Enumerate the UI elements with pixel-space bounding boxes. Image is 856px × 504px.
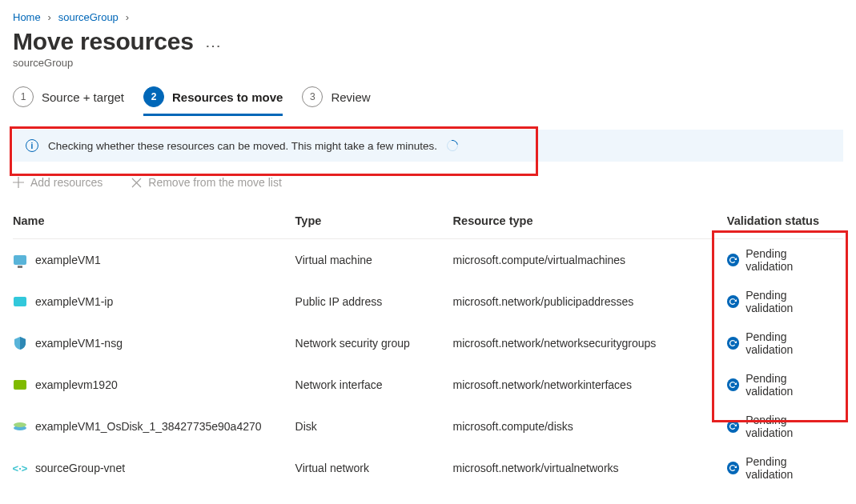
column-header-status[interactable]: Validation status [727, 208, 843, 239]
plus-icon [13, 177, 24, 188]
remove-label: Remove from the move list [148, 176, 282, 189]
resource-name: exampleVM1_OsDisk_1_38427735e90a4270 [35, 420, 262, 433]
resource-provider-type: microsoft.network/publicipaddresses [453, 281, 727, 322]
remove-button[interactable]: Remove from the move list [131, 176, 282, 189]
page-title: Move resources [13, 28, 194, 55]
vm-icon [13, 253, 27, 267]
sync-icon [727, 295, 739, 308]
nsg-icon [13, 336, 27, 350]
resource-provider-type: microsoft.compute/virtualmachines [453, 239, 727, 282]
resource-name: exampleVM1-nsg [35, 337, 123, 350]
column-header-type[interactable]: Type [295, 208, 453, 239]
sync-icon [727, 420, 739, 433]
close-icon [131, 178, 142, 188]
spinner-icon [444, 138, 460, 153]
page-subtitle: sourceGroup [13, 57, 843, 69]
info-icon: i [26, 139, 38, 152]
breadcrumb-link-group[interactable]: sourceGroup [58, 11, 119, 23]
resource-type: Disk [295, 406, 453, 447]
chevron-right-icon: › [125, 11, 130, 23]
more-actions-button[interactable]: ⋯ [205, 30, 223, 54]
resource-name: exampleVM1-ip [35, 295, 113, 308]
table-row[interactable]: exampleVM1_OsDisk_1_38427735e90a4270Disk… [13, 406, 843, 447]
step-review[interactable]: 3 Review [302, 86, 370, 115]
toolbar: Add resources Remove from the move list [13, 176, 843, 189]
validation-status: Pending validation [745, 289, 834, 314]
table-row[interactable]: exampleVM1-ipPublic IP addressmicrosoft.… [13, 281, 843, 322]
resource-type: Virtual machine [295, 239, 453, 282]
resource-type: Virtual network [295, 447, 453, 489]
validation-status: Pending validation [745, 455, 834, 481]
public-ip-icon [13, 294, 27, 309]
resource-name: sourceGroup-vnet [35, 462, 125, 474]
resource-provider-type: microsoft.compute/disks [453, 406, 727, 447]
resources-table: Name Type Resource type Validation statu… [13, 208, 843, 489]
breadcrumb: Home › sourceGroup › [13, 11, 843, 23]
step-label: Review [331, 90, 370, 104]
table-row[interactable]: exampleVM1Virtual machinemicrosoft.compu… [13, 239, 843, 282]
step-number: 3 [302, 86, 323, 107]
resource-type: Network interface [295, 364, 453, 406]
sync-icon [727, 254, 739, 266]
resource-provider-type: microsoft.network/networkinterfaces [453, 364, 727, 406]
sync-icon [727, 462, 739, 474]
validation-status: Pending validation [745, 414, 834, 439]
table-row[interactable]: <·>sourceGroup-vnetVirtual networkmicros… [13, 447, 843, 489]
vnet-icon: <·> [13, 461, 27, 475]
sync-icon [727, 378, 739, 391]
validation-banner: i Checking whether these resources can b… [13, 130, 843, 162]
stepper: 1 Source + target 2 Resources to move 3 … [13, 86, 843, 115]
column-header-resource-type[interactable]: Resource type [453, 208, 727, 239]
table-row[interactable]: examplevm1920Network interfacemicrosoft.… [13, 364, 843, 406]
step-number: 1 [13, 86, 34, 107]
resource-name: exampleVM1 [35, 254, 101, 266]
validation-status: Pending validation [745, 330, 834, 356]
chevron-right-icon: › [47, 11, 52, 23]
resource-type: Network security group [295, 322, 453, 364]
nic-icon [13, 378, 27, 392]
validation-banner-text: Checking whether these resources can be … [48, 140, 437, 152]
step-number: 2 [143, 86, 164, 107]
disk-icon [13, 419, 27, 434]
validation-status: Pending validation [745, 247, 834, 273]
step-resources-to-move[interactable]: 2 Resources to move [143, 86, 283, 115]
validation-status: Pending validation [745, 372, 834, 398]
resource-name: examplevm1920 [35, 378, 118, 391]
step-label: Source + target [42, 90, 124, 104]
add-resources-label: Add resources [30, 176, 102, 189]
step-label: Resources to move [172, 90, 283, 104]
resource-provider-type: microsoft.network/virtualnetworks [453, 447, 727, 489]
resource-type: Public IP address [295, 281, 453, 322]
breadcrumb-link-home[interactable]: Home [13, 11, 41, 23]
column-header-name[interactable]: Name [13, 208, 295, 239]
table-row[interactable]: exampleVM1-nsgNetwork security groupmicr… [13, 322, 843, 364]
step-source-target[interactable]: 1 Source + target [13, 86, 124, 115]
resource-provider-type: microsoft.network/networksecuritygroups [453, 322, 727, 364]
add-resources-button[interactable]: Add resources [13, 176, 102, 189]
sync-icon [727, 337, 739, 350]
